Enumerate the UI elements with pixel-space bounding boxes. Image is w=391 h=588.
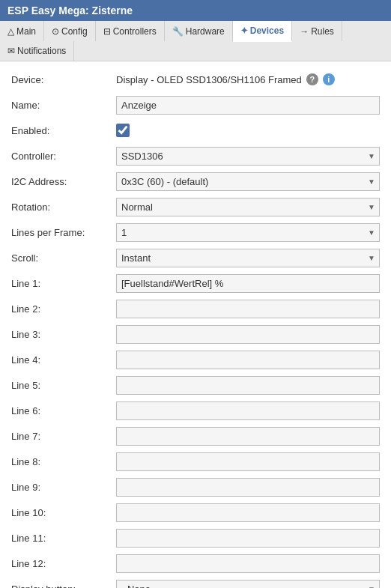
enabled-checkbox[interactable] xyxy=(116,124,130,137)
display-button-select[interactable]: - None - xyxy=(116,580,380,589)
line-8-row: Line 8: xyxy=(11,451,380,472)
scroll-row: Scroll: Instant Smooth xyxy=(11,247,380,268)
line-7-label: Line 7: xyxy=(11,431,116,442)
tab-notifications[interactable]: ✉ Notifications xyxy=(0,41,74,61)
line-8-wrapper xyxy=(116,452,380,471)
info-icon[interactable]: i xyxy=(323,73,335,85)
devices-icon: ✦ xyxy=(240,25,248,36)
line-12-wrapper xyxy=(116,554,380,573)
lines-per-frame-row: Lines per Frame: 1 2 3 4 xyxy=(11,222,380,243)
line-1-input[interactable] xyxy=(116,274,380,293)
line-3-wrapper xyxy=(116,325,380,344)
line-5-input[interactable] xyxy=(116,376,380,395)
display-button-row: Display button: - None - xyxy=(11,578,380,588)
line-2-label: Line 2: xyxy=(11,303,116,315)
controllers-icon: ⊟ xyxy=(103,26,111,37)
lines-per-frame-select[interactable]: 1 2 3 4 xyxy=(116,223,380,242)
line-4-wrapper xyxy=(116,351,380,369)
line-6-label: Line 6: xyxy=(11,405,116,416)
lines-per-frame-label: Lines per Frame: xyxy=(11,227,116,238)
controller-select[interactable]: SSD1306 SH1106 xyxy=(116,147,380,166)
scroll-label: Scroll: xyxy=(11,252,116,264)
line-7-row: Line 7: xyxy=(11,425,380,446)
line-12-row: Line 12: xyxy=(11,553,380,574)
controller-row: Controller: SSD1306 SH1106 xyxy=(11,145,380,166)
line-3-input[interactable] xyxy=(116,325,380,344)
tab-rules[interactable]: → Rules xyxy=(292,21,342,41)
display-button-select-wrapper: - None - xyxy=(116,580,380,589)
rotation-select-wrapper: Normal 180° xyxy=(116,198,380,216)
line-2-row: Line 2: xyxy=(11,298,380,319)
tab-config-label: Config xyxy=(61,26,88,37)
help-icon[interactable]: ? xyxy=(306,73,318,85)
line-11-row: Line 11: xyxy=(11,527,380,548)
line-12-label: Line 12: xyxy=(11,558,116,569)
name-row: Name: xyxy=(11,94,380,115)
line-10-input[interactable] xyxy=(116,503,380,522)
device-text: Display - OLED SSD1306/SH1106 Framed xyxy=(116,74,302,85)
line-9-label: Line 9: xyxy=(11,482,116,493)
line-3-row: Line 3: xyxy=(11,324,380,345)
line-10-row: Line 10: xyxy=(11,502,380,523)
line-8-input[interactable] xyxy=(116,452,380,471)
line-6-wrapper xyxy=(116,401,380,420)
line-10-label: Line 10: xyxy=(11,507,116,518)
rotation-row: Rotation: Normal 180° xyxy=(11,196,380,217)
line-11-wrapper xyxy=(116,529,380,548)
line-1-row: Line 1: xyxy=(11,273,380,294)
enabled-label: Enabled: xyxy=(11,125,116,136)
hardware-icon: 🔧 xyxy=(172,26,184,37)
line-6-input[interactable] xyxy=(116,401,380,420)
line-12-input[interactable] xyxy=(116,554,380,573)
line-1-wrapper xyxy=(116,274,380,293)
line-1-label: Line 1: xyxy=(11,278,116,289)
main-icon: △ xyxy=(7,26,14,37)
title-bar: ESP Easy Mega: Zisterne xyxy=(0,0,391,21)
i2c-address-row: I2C Address: 0x3C (60) - (default) 0x3D … xyxy=(11,171,380,192)
content-area: Device: Display - OLED SSD1306/SH1106 Fr… xyxy=(0,61,391,588)
controller-select-wrapper: SSD1306 SH1106 xyxy=(116,147,380,166)
line-10-wrapper xyxy=(116,503,380,522)
rotation-label: Rotation: xyxy=(11,201,116,213)
title-text: ESP Easy Mega: Zisterne xyxy=(7,4,133,16)
i2c-address-select-wrapper: 0x3C (60) - (default) 0x3D (61) xyxy=(116,172,380,191)
tab-notifications-label: Notifications xyxy=(17,46,66,56)
line-4-input[interactable] xyxy=(116,351,380,369)
line-6-row: Line 6: xyxy=(11,400,380,421)
scroll-select-wrapper: Instant Smooth xyxy=(116,249,380,267)
notifications-icon: ✉ xyxy=(7,46,15,56)
tab-main[interactable]: △ Main xyxy=(0,21,44,41)
line-5-wrapper xyxy=(116,376,380,395)
device-label: Device: xyxy=(11,74,116,85)
controller-label: Controller: xyxy=(11,151,116,162)
line-9-input[interactable] xyxy=(116,478,380,497)
device-value: Display - OLED SSD1306/SH1106 Framed ? i xyxy=(116,73,335,85)
line-11-label: Line 11: xyxy=(11,533,116,544)
tab-hardware-label: Hardware xyxy=(186,26,225,37)
tab-rules-label: Rules xyxy=(311,26,334,37)
line-5-row: Line 5: xyxy=(11,375,380,395)
tab-config[interactable]: ⊙ Config xyxy=(44,21,96,41)
i2c-address-select[interactable]: 0x3C (60) - (default) 0x3D (61) xyxy=(116,172,380,191)
tab-devices-label: Devices xyxy=(250,25,284,36)
tab-controllers[interactable]: ⊟ Controllers xyxy=(96,21,165,41)
tab-devices[interactable]: ✦ Devices xyxy=(233,21,292,42)
lines-per-frame-select-wrapper: 1 2 3 4 xyxy=(116,223,380,242)
tab-main-label: Main xyxy=(16,26,36,37)
line-8-label: Line 8: xyxy=(11,456,116,467)
name-input[interactable] xyxy=(116,96,380,115)
display-button-label: Display button: xyxy=(11,584,116,589)
enabled-wrapper xyxy=(116,124,380,137)
rotation-select[interactable]: Normal 180° xyxy=(116,198,380,216)
line-2-input[interactable] xyxy=(116,300,380,318)
name-label: Name: xyxy=(11,100,116,111)
line-9-row: Line 9: xyxy=(11,476,380,497)
line-5-label: Line 5: xyxy=(11,380,116,391)
scroll-select[interactable]: Instant Smooth xyxy=(116,249,380,267)
tab-hardware[interactable]: 🔧 Hardware xyxy=(165,21,233,41)
line-7-input[interactable] xyxy=(116,427,380,446)
line-11-input[interactable] xyxy=(116,529,380,548)
line-7-wrapper xyxy=(116,427,380,446)
device-value-wrapper: Display - OLED SSD1306/SH1106 Framed ? i xyxy=(116,73,380,85)
line-4-row: Line 4: xyxy=(11,349,380,370)
